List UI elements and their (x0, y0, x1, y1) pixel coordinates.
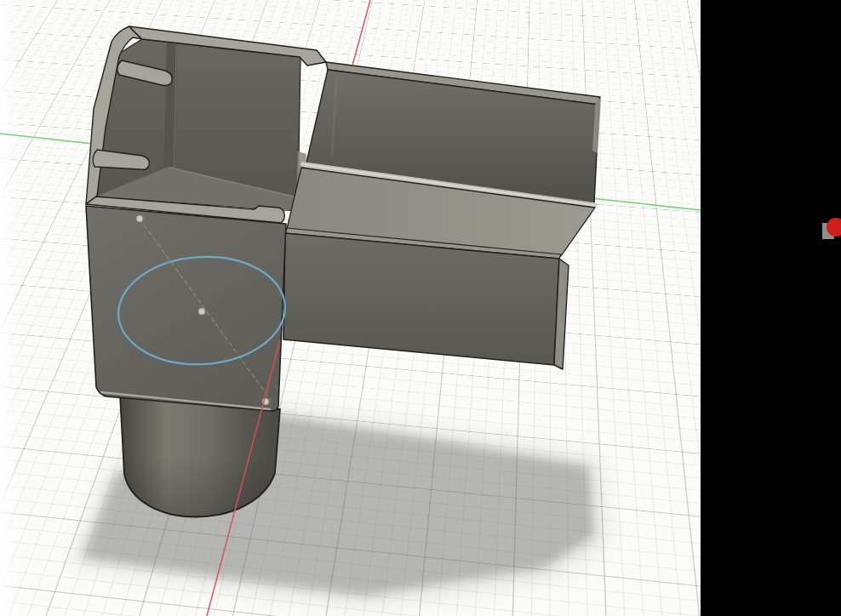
cylinder-shading (120, 395, 280, 517)
panel-indicator-dot[interactable] (827, 218, 841, 237)
sketch-point[interactable] (198, 308, 205, 315)
sketch-point[interactable] (136, 215, 143, 222)
cad-viewport[interactable] (0, 0, 841, 616)
z-axis-segment (352, 0, 370, 66)
side-panel (701, 0, 841, 616)
